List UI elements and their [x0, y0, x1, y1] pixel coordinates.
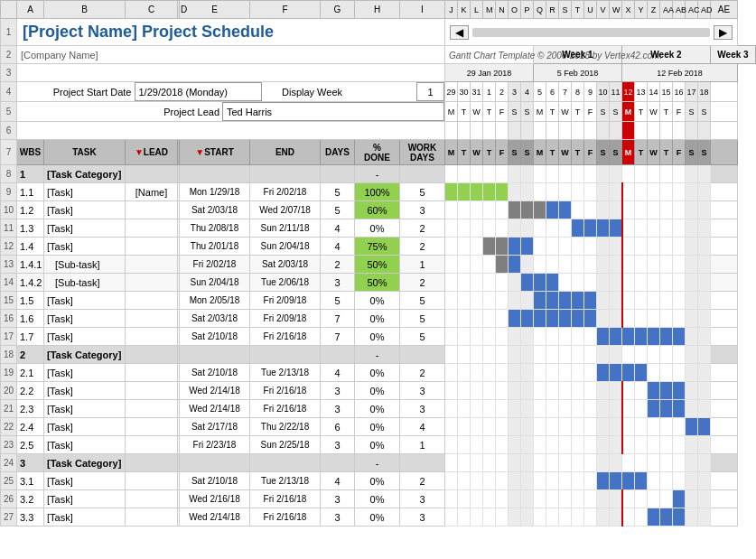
spacer-day-19 — [686, 122, 698, 140]
gantt-day-5-2 — [471, 256, 483, 274]
gantt-day-9-1 — [458, 328, 471, 346]
col-header-A: A — [17, 1, 44, 19]
gantt-day-10-19 — [686, 346, 698, 364]
task-cell-10[interactable]: [Task Category] — [44, 346, 126, 364]
gantt-day-5-7 — [534, 256, 546, 274]
gantt-day-4-17 — [660, 238, 673, 256]
gantt-day-5-1 — [458, 256, 471, 274]
task-cell-7[interactable]: [Task] — [44, 292, 126, 310]
gantt-day-3-17 — [660, 219, 673, 238]
gantt-day-1-1 — [458, 183, 471, 201]
gantt-day-11-6 — [521, 364, 534, 382]
gantt-day-9-9 — [559, 328, 572, 346]
start-date-value[interactable]: 1/29/2018 (Monday) — [135, 83, 261, 101]
gantt-day-5-3 — [483, 256, 496, 274]
gantt-day-12-15 — [635, 382, 648, 400]
wdays-cell-19: 3 — [400, 508, 445, 526]
row-num-5: 5 — [1, 102, 17, 122]
gantt-day-14-13 — [610, 418, 622, 436]
days-cell-8: 7 — [321, 310, 355, 328]
start-cell-11: Sat 2/10/18 — [180, 364, 250, 382]
gantt-day-2-19 — [686, 201, 698, 219]
task-cell-18[interactable]: [Task] — [44, 490, 126, 508]
wdays-cell-16 — [400, 454, 445, 472]
gantt-day-14-5 — [509, 418, 521, 436]
gantt-day-5-20 — [698, 256, 711, 274]
task-cell-1[interactable]: [Task] — [44, 183, 126, 201]
wbs-cell-15: 2.5 — [17, 436, 44, 454]
task-cell-17[interactable]: [Task] — [44, 472, 126, 490]
gantt-day-8-9 — [559, 310, 572, 328]
col-header-gantt-T: T — [572, 1, 584, 19]
task-cell-16[interactable]: [Task Category] — [44, 454, 126, 472]
gantt-day-14-9 — [559, 418, 572, 436]
gantt-day-5-13 — [610, 256, 622, 274]
title-row: 1[Project Name] Project Schedule ◀ ▶ — [1, 19, 756, 46]
end-cell-16 — [250, 454, 321, 472]
next-nav-button[interactable]: ▶ — [714, 25, 733, 40]
col-header-row: 7WBSTASK▼LEAD▼STARTENDDAYS%DONEWORKDAYSM… — [1, 140, 756, 165]
gantt-day-11-2 — [471, 364, 483, 382]
task-cell-8[interactable]: [Task] — [44, 310, 126, 328]
start-cell-7: Mon 2/05/18 — [180, 292, 250, 310]
gantt-day-1-19 — [686, 183, 698, 201]
task-cell-9[interactable]: [Task] — [44, 328, 126, 346]
task-cell-5[interactable]: [Sub-task] — [44, 256, 126, 274]
task-cell-13[interactable]: [Task] — [44, 400, 126, 418]
lead-cell-13 — [126, 400, 178, 418]
gantt-day-3-5 — [509, 219, 521, 238]
gantt-day-0-10 — [572, 165, 584, 183]
task-cell-2[interactable]: [Task] — [44, 201, 126, 219]
gantt-day-19-18 — [673, 508, 686, 526]
gantt-day-4-2 — [471, 238, 483, 256]
lead-cell-11 — [126, 364, 178, 382]
day-num-13: 11 — [610, 82, 622, 102]
day-letter-5: S — [509, 102, 521, 122]
gantt-day-11-11 — [584, 364, 597, 382]
gantt-day-18-13 — [610, 490, 622, 508]
day-num-1: 30 — [458, 82, 471, 102]
gantt-day-17-16 — [648, 472, 660, 490]
gantt-day-17-5 — [509, 472, 521, 490]
gantt-day-1-3 — [483, 183, 496, 201]
gantt-day-16-2 — [471, 454, 483, 472]
prev-nav-button[interactable]: ◀ — [450, 25, 469, 40]
display-week-value[interactable]: 1 — [417, 83, 444, 101]
task-row-2.2: 202.2[Task]Wed 2/14/18Fri 2/16/1830%3 — [1, 382, 756, 400]
gantt-day-4-3 — [483, 238, 496, 256]
task-cell-3[interactable]: [Task] — [44, 219, 126, 238]
gantt-day-8-8 — [546, 310, 559, 328]
col-header-gantt-AA: AA — [660, 1, 673, 19]
gantt-day-17-9 — [559, 472, 572, 490]
task-cell-6[interactable]: [Sub-task] — [44, 274, 126, 292]
task-cell-4[interactable]: [Task] — [44, 238, 126, 256]
gantt-day-2-11 — [584, 201, 597, 219]
gantt-day-2-7 — [534, 201, 546, 219]
col-header-I: I — [400, 1, 445, 19]
task-row-2.3: 212.3[Task]Wed 2/14/18Fri 2/16/1830%3 — [1, 400, 756, 418]
gantt-day-5-9 — [559, 256, 572, 274]
end-cell-3: Sun 2/11/18 — [250, 219, 321, 238]
task-cell-0[interactable]: [Task Category] — [44, 165, 126, 183]
task-cell-12[interactable]: [Task] — [44, 382, 126, 400]
gantt-day-8-14 — [622, 310, 635, 328]
task-row-1.4.1: 131.4.1[Sub-task]Fri 2/02/18Sat 2/03/182… — [1, 256, 756, 274]
spacer-day-11 — [584, 122, 597, 140]
day-num-15: 13 — [635, 82, 648, 102]
task-row-1.2: 101.2[Task]Sat 2/03/18Wed 2/07/18560%3 — [1, 201, 756, 219]
gantt-day-18-5 — [509, 490, 521, 508]
gantt-day-14-20 — [698, 418, 711, 436]
task-cell-15[interactable]: [Task] — [44, 436, 126, 454]
gantt-day-12-17 — [660, 382, 673, 400]
wbs-cell-14: 2.4 — [17, 418, 44, 436]
gantt-day-18-17 — [660, 490, 673, 508]
day-letter-8: T — [546, 102, 559, 122]
gantt-day-15-17 — [660, 436, 673, 454]
gantt-day-2-5 — [509, 201, 521, 219]
lead-value[interactable]: Ted Harris — [223, 103, 444, 121]
task-cell-14[interactable]: [Task] — [44, 418, 126, 436]
wbs-cell-4: 1.4 — [17, 238, 44, 256]
task-cell-11[interactable]: [Task] — [44, 364, 126, 382]
gantt-day-2-13 — [610, 201, 622, 219]
task-cell-19[interactable]: [Task] — [44, 508, 126, 526]
